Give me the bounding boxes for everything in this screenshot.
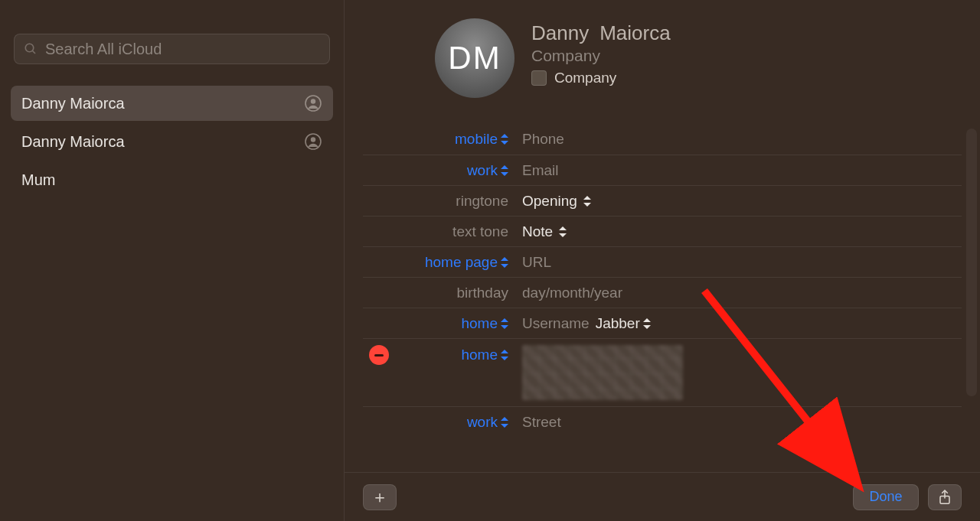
person-silhouette-icon [304,94,322,112]
chevron-updown-icon [559,226,567,237]
svg-point-0 [25,44,34,52]
homepage-label-selector[interactable]: home page [363,254,516,271]
name-fields[interactable]: DannyMaiorca [531,21,671,45]
person-silhouette-icon [304,132,322,151]
search-icon [24,42,38,56]
phone-label-selector[interactable]: mobile [363,131,516,148]
address-work-value[interactable]: Street [516,414,561,431]
im-service-selector[interactable]: Jabber [596,315,651,332]
last-name-field[interactable]: Maiorca [599,21,670,44]
avatar[interactable]: DM [435,18,514,98]
svg-point-5 [311,137,315,142]
svg-point-3 [311,99,315,103]
ringtone-selector[interactable]: Opening [516,193,591,210]
chevron-updown-icon [501,318,508,329]
chevron-updown-icon [501,417,508,428]
email-value[interactable]: Email [516,162,559,179]
contact-row[interactable]: Danny Maiorca [11,86,333,121]
search-input[interactable] [45,41,320,58]
ringtone-label: ringtone [363,193,516,210]
phone-value[interactable]: Phone [516,131,564,148]
contact-header: DM DannyMaiorca Company Company [363,18,962,98]
add-button[interactable]: ＋ [363,484,397,510]
contact-name: Danny Maiorca [21,95,125,112]
chevron-updown-icon [501,350,508,360]
done-button[interactable]: Done [853,484,919,510]
contacts-sidebar: Danny Maiorca Danny Maiorca Mum [0,0,345,521]
email-label-selector[interactable]: work [363,162,516,179]
im-label-selector[interactable]: home [363,315,516,332]
address-home-value[interactable] [516,345,683,400]
birthday-label: birthday [363,285,516,301]
share-icon [938,490,952,505]
redacted-address [522,345,683,400]
texttone-label: text tone [363,223,516,240]
company-checkbox[interactable] [531,70,547,86]
scrollbar[interactable] [966,129,977,396]
share-button[interactable] [928,484,962,510]
chevron-updown-icon [501,165,508,176]
contact-row[interactable]: Mum [11,162,333,197]
search-field-wrap[interactable] [14,34,330,64]
contact-row[interactable]: Danny Maiorca [11,124,333,159]
contact-fields: mobile Phone work Email ringtone Opening… [363,124,962,437]
svg-line-1 [32,50,35,54]
address-work-label-selector[interactable]: work [363,414,516,431]
company-field[interactable]: Company [531,47,671,65]
remove-address-button[interactable] [369,345,389,365]
homepage-value[interactable]: URL [516,254,551,271]
plus-icon: ＋ [371,489,388,506]
chevron-updown-icon [501,257,508,268]
contact-name: Mum [21,171,55,189]
chevron-updown-icon [583,196,591,207]
birthday-value[interactable]: day/month/year [516,285,622,301]
chevron-updown-icon [643,318,651,329]
contact-detail-pane: DM DannyMaiorca Company Company mobile P… [345,0,980,521]
first-name-field[interactable]: Danny [531,21,589,44]
chevron-updown-icon [501,134,508,145]
im-value[interactable]: Username Jabber [516,315,651,332]
company-checkbox-label: Company [554,70,616,86]
texttone-selector[interactable]: Note [516,223,567,240]
contact-name: Danny Maiorca [21,133,125,151]
detail-toolbar: ＋ Done [345,472,980,521]
